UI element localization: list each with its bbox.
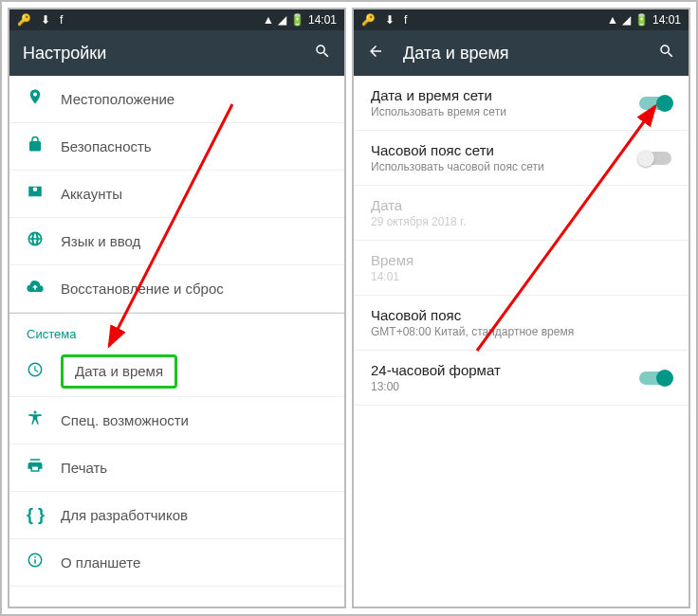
highlight-box: Дата и время	[61, 354, 177, 389]
facebook-icon: f	[60, 13, 63, 27]
row-label: Аккаунты	[61, 186, 122, 202]
setting-title: Время	[371, 252, 671, 268]
row-backup[interactable]: Восстановление и сброс	[9, 265, 344, 313]
wifi-icon: ▲	[607, 13, 618, 27]
row-about[interactable]: О планшете	[9, 539, 344, 587]
search-icon[interactable]	[314, 43, 331, 63]
accessibility-icon	[27, 409, 61, 431]
row-label: Для разработчиков	[61, 507, 188, 523]
setting-title: 24-часовой формат	[371, 362, 639, 378]
row-label: Дата и время	[75, 363, 163, 379]
row-accounts[interactable]: Аккаунты	[9, 171, 344, 218]
battery-icon: 🔋	[290, 13, 304, 27]
wifi-icon: ▲	[263, 13, 274, 27]
setting-title: Часовой пояс	[371, 307, 671, 323]
setting-sub: 13:00	[371, 380, 639, 393]
setting-sub: Использовать часовой пояс сети	[371, 160, 639, 173]
setting-title: Дата	[371, 197, 671, 213]
row-language[interactable]: Язык и ввод	[9, 218, 344, 265]
status-bar: 🔑 ⬇ f ▲ ◢ 🔋 14:01	[354, 9, 689, 30]
facebook-icon: f	[404, 13, 407, 27]
datetime-settings: Дата и время сети Использовать время сет…	[354, 76, 689, 607]
row-datetime[interactable]: Дата и время	[9, 347, 344, 397]
page-title: Дата и время	[403, 44, 509, 63]
signal-icon: ◢	[278, 13, 286, 27]
row-location[interactable]: Местоположение	[9, 76, 344, 123]
account-icon	[27, 183, 61, 205]
action-bar: Настройки	[9, 30, 344, 76]
setting-sub: Использовать время сети	[371, 105, 639, 118]
signal-icon: ◢	[622, 13, 631, 27]
row-label: О планшете	[61, 554, 140, 571]
row-network-time[interactable]: Дата и время сети Использовать время сет…	[354, 76, 689, 131]
key-icon: 🔑	[17, 13, 31, 27]
print-icon	[27, 457, 61, 479]
row-security[interactable]: Безопасность	[9, 123, 344, 171]
globe-icon	[27, 230, 61, 252]
backup-icon	[27, 278, 61, 299]
row-label: Безопасность	[61, 138, 152, 154]
row-print[interactable]: Печать	[9, 444, 344, 492]
info-icon	[27, 552, 61, 573]
row-accessibility[interactable]: Спец. возможности	[9, 397, 344, 444]
left-screen: 🔑 ⬇ f ▲ ◢ 🔋 14:01 Настройки Местопол	[8, 8, 346, 608]
settings-list: Местоположение Безопасность Аккаунты Язы…	[9, 76, 344, 607]
setting-title: Дата и время сети	[371, 87, 639, 103]
status-time: 14:01	[308, 13, 337, 27]
key-icon: 🔑	[361, 13, 376, 27]
setting-sub: GMT+08:00 Китай, стандартное время	[371, 325, 671, 338]
lock-icon	[27, 136, 61, 157]
battery-icon: 🔋	[634, 13, 649, 27]
status-bar: 🔑 ⬇ f ▲ ◢ 🔋 14:01	[9, 9, 344, 30]
row-timezone[interactable]: Часовой пояс GMT+08:00 Китай, стандартно…	[354, 296, 689, 351]
braces-icon: { }	[27, 505, 61, 525]
setting-title: Часовой пояс сети	[371, 142, 639, 158]
section-header: Система	[9, 313, 344, 347]
row-label: Восстановление и сброс	[61, 281, 224, 297]
action-bar: Дата и время	[354, 30, 689, 76]
setting-sub: 29 октября 2018 г.	[371, 215, 671, 228]
row-24h[interactable]: 24-часовой формат 13:00	[354, 351, 689, 406]
row-date: Дата 29 октября 2018 г.	[354, 186, 689, 241]
location-icon	[27, 88, 61, 110]
row-time: Время 14:01	[354, 241, 689, 296]
toggle-network-tz[interactable]	[639, 152, 671, 165]
right-screen: 🔑 ⬇ f ▲ ◢ 🔋 14:01 Дата и время	[352, 8, 690, 608]
toggle-24h[interactable]	[639, 371, 671, 385]
download-icon: ⬇	[385, 13, 395, 27]
page-title: Настройки	[23, 44, 106, 63]
row-label: Местоположение	[61, 91, 174, 107]
row-developer[interactable]: { } Для разработчиков	[9, 492, 344, 539]
search-icon[interactable]	[658, 43, 675, 63]
status-time: 14:01	[652, 13, 681, 27]
download-icon: ⬇	[41, 13, 50, 27]
row-label: Язык и ввод	[61, 233, 140, 249]
back-icon[interactable]	[367, 43, 384, 63]
row-label: Спец. возможности	[61, 412, 189, 428]
row-label: Печать	[61, 460, 107, 476]
setting-sub: 14:01	[371, 270, 671, 283]
row-network-tz[interactable]: Часовой пояс сети Использовать часовой п…	[354, 131, 689, 186]
clock-icon	[27, 361, 61, 383]
toggle-network-time[interactable]	[639, 97, 671, 110]
